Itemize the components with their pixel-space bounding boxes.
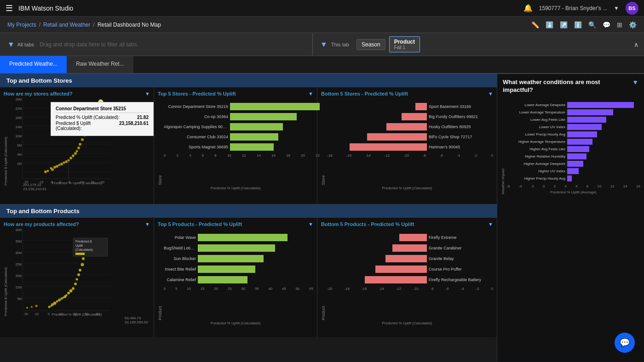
- filter-this-tab-icon: ▼: [320, 40, 328, 49]
- svg-point-76: [53, 302, 57, 305]
- chat-icon[interactable]: 💬: [603, 21, 610, 28]
- tab-predicted-weather[interactable]: Predicted Weathe...: [0, 56, 67, 73]
- y-axis-label-stores: Predicted $ Uplift (Calculated): [4, 98, 8, 186]
- weather-chart-area: Weather Impact Lower Average Dewpoint Lo…: [497, 99, 644, 196]
- svg-point-83: [67, 292, 70, 294]
- breadcrumb-icons: ✏️ ⬇️ ↗️ ℹ️ 🔍 💬 ⊞ ⚙️: [531, 21, 637, 28]
- tab-raw-weather[interactable]: Raw Weather Ret...: [67, 56, 133, 73]
- top5-stores-x-ticks: 0246810121416182022: [164, 153, 320, 158]
- bar-label-bprod-4: Course Pro Puffer: [429, 267, 493, 272]
- svg-text:35M: 35M: [15, 240, 22, 243]
- scatter-stores-filter-icon[interactable]: ▼: [145, 91, 150, 96]
- bar-fill-bstore-4: [367, 133, 427, 141]
- svg-text:6M: 6M: [17, 144, 22, 147]
- season-filter-chip[interactable]: Season: [356, 39, 385, 50]
- collapse-icon[interactable]: ∧: [634, 41, 638, 48]
- bar-row-bstore-5: Hartman's 90045: [327, 143, 493, 151]
- right-panel-title: What weather conditions are most impactf…: [503, 79, 622, 94]
- bar-fill-store-5: [230, 143, 274, 151]
- bar-label-prod-3: Sun Blocker: [164, 256, 196, 261]
- tooltip-title: Connor Department Store 35215: [56, 106, 149, 113]
- chevron-down-icon[interactable]: ▼: [614, 5, 619, 11]
- top5-stores-filter[interactable]: ▼: [308, 91, 313, 96]
- chat-button[interactable]: 💬: [615, 333, 635, 353]
- top5-products-x-ticks: 0510152025303540455055: [164, 287, 313, 291]
- svg-point-91: [82, 257, 85, 260]
- bar-fill-bprod-5: [365, 276, 427, 283]
- product-filter-chip[interactable]: Product Fall 1: [389, 36, 420, 52]
- svg-point-90: [81, 263, 84, 266]
- svg-point-38: [72, 154, 75, 157]
- main-content: Top and Bottom Stores How are my stores …: [0, 74, 644, 362]
- bar-fill-store-2: [230, 113, 297, 120]
- svg-text:26M: 26M: [15, 98, 22, 101]
- breadcrumb: My Projects / Retail and Weather / Retai…: [0, 17, 644, 33]
- product-axis-label-top: Product: [158, 231, 162, 320]
- weather-label-2: Lower Average Temperature: [506, 110, 565, 114]
- bar-row-bprod-3: Granite Belay: [327, 255, 493, 262]
- products-section-header: Top and Bottom Products: [0, 204, 497, 218]
- breadcrumb-retail-weather[interactable]: Retail and Weather: [43, 22, 91, 28]
- breadcrumb-sep-1: /: [39, 22, 40, 28]
- product-chip-label: Product: [394, 39, 415, 45]
- bottom5-products-filter[interactable]: ▼: [488, 221, 493, 227]
- bar-row-bprod-2: Granite Carabiner: [327, 244, 493, 252]
- weather-bar-6: Higher Average Temperature: [506, 139, 640, 145]
- bar-fill-prod-1: [198, 234, 288, 241]
- svg-text:-30: -30: [23, 312, 28, 316]
- bar-row-bstore-1: Sport Basement 33166: [327, 103, 493, 110]
- svg-point-42: [79, 143, 81, 146]
- bottom5-stores-x-ticks: -18-16-14-12-10-8-6-4-20: [327, 153, 493, 158]
- svg-point-82: [65, 294, 68, 297]
- bell-icon[interactable]: 🔔: [523, 4, 533, 12]
- bar-label-bprod-2: Granite Carabiner: [429, 246, 493, 250]
- tooltip-box: Connor Department Store 35215 Predicted …: [51, 102, 154, 136]
- bar-fill-bprod-2: [392, 244, 427, 252]
- weather-fill-7: [567, 146, 589, 152]
- top-nav: ☰ IBM Watson Studio 🔔 1590777 - Brian Sn…: [0, 0, 644, 17]
- this-tab-label: This tab: [331, 42, 349, 47]
- bottom5-stores-filter[interactable]: ▼: [488, 91, 493, 96]
- product-chip-sub: Fall 1: [394, 45, 415, 50]
- products-section: Top and Bottom Products How are my produ…: [0, 204, 497, 337]
- user-text[interactable]: 1590777 - Brian Snyder's ...: [539, 5, 607, 11]
- weather-label-9: Higher Average Dewpoint: [506, 162, 565, 166]
- bar-row-store-5: Sports Magnet 36695: [164, 143, 320, 151]
- svg-point-26: [44, 170, 47, 173]
- bar-row-prod-5: Calamine Relief: [164, 276, 313, 283]
- bar-label-store-3: Algonquin Camping Supplies 90034: [164, 124, 228, 129]
- top5-products-filter[interactable]: ▼: [308, 221, 313, 227]
- share-icon[interactable]: ↗️: [560, 21, 568, 28]
- weather-label-10: Higher UV Index: [506, 169, 565, 173]
- bar-label-bstore-4: Bill's Cycle Shop 72717: [429, 135, 493, 139]
- settings-icon[interactable]: ⚙️: [629, 21, 637, 28]
- weather-bar-1: Lower Average Dewpoint: [506, 102, 640, 108]
- bar-row-prod-1: Polar Wave: [164, 234, 313, 241]
- bar-label-bstore-2: Big Fundy Outfitters 99821: [429, 114, 493, 119]
- svg-text:20M: 20M: [15, 274, 22, 277]
- hamburger-icon[interactable]: ☰: [6, 3, 13, 13]
- grid-icon[interactable]: ⊞: [617, 21, 622, 28]
- svg-point-77: [56, 300, 58, 303]
- season-chip-label: Season: [362, 41, 380, 48]
- scatter-products-filter[interactable]: ▼: [145, 221, 150, 227]
- svg-text:14M: 14M: [15, 125, 22, 129]
- bar-row-bprod-1: Firefly Extreme: [327, 234, 493, 241]
- svg-point-73: [48, 306, 51, 308]
- bar-fill-prod-3: [198, 255, 264, 262]
- weather-filter-icon[interactable]: ▼: [632, 79, 638, 86]
- bar-fill-bstore-5: [350, 143, 427, 151]
- edit-icon[interactable]: ✏️: [531, 21, 539, 28]
- bar-label-prod-2: BugShield Lotion Lite: [164, 246, 196, 250]
- filter-all-tabs: ▼ All tabs Drag and drop data here to fi…: [0, 33, 313, 56]
- breadcrumb-my-projects[interactable]: My Projects: [7, 22, 36, 28]
- bar-row-prod-2: BugShield Lotion Lite: [164, 244, 313, 252]
- info-icon[interactable]: ℹ️: [574, 21, 582, 28]
- svg-point-32: [58, 164, 61, 166]
- download-icon[interactable]: ⬇️: [546, 21, 553, 28]
- search-icon[interactable]: 🔍: [588, 21, 596, 28]
- store-axis-label-top: Store: [158, 100, 162, 185]
- user-avatar[interactable]: BS: [626, 2, 638, 15]
- bar-label-bstore-5: Hartman's 90045: [429, 145, 493, 149]
- nav-right: 🔔 1590777 - Brian Snyder's ... ▼ BS: [523, 2, 638, 15]
